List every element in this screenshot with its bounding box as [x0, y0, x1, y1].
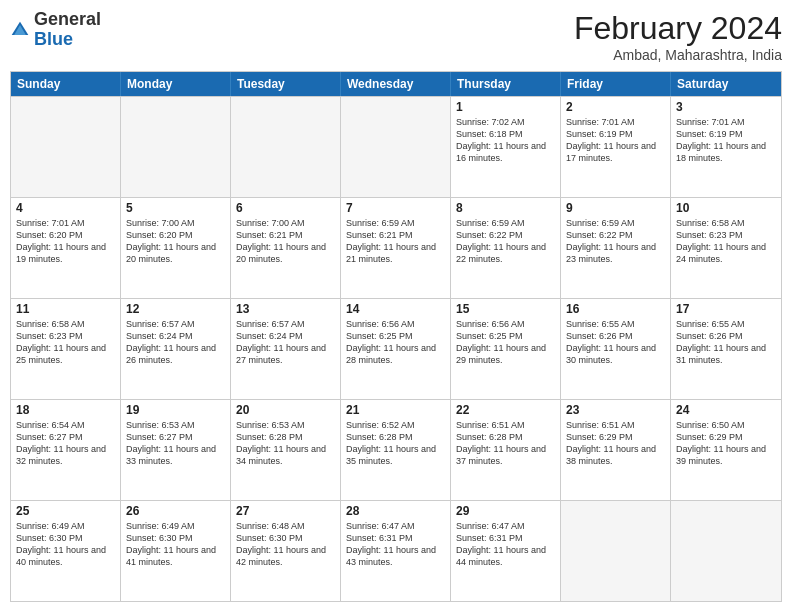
calendar-cell: 9Sunrise: 6:59 AM Sunset: 6:22 PM Daylig…: [561, 198, 671, 298]
day-number: 29: [456, 504, 555, 518]
calendar-cell: 3Sunrise: 7:01 AM Sunset: 6:19 PM Daylig…: [671, 97, 781, 197]
calendar-header-row: SundayMondayTuesdayWednesdayThursdayFrid…: [11, 72, 781, 96]
title-block: February 2024 Ambad, Maharashtra, India: [574, 10, 782, 63]
calendar-cell: 11Sunrise: 6:58 AM Sunset: 6:23 PM Dayli…: [11, 299, 121, 399]
calendar-cell: 5Sunrise: 7:00 AM Sunset: 6:20 PM Daylig…: [121, 198, 231, 298]
calendar-row: 11Sunrise: 6:58 AM Sunset: 6:23 PM Dayli…: [11, 298, 781, 399]
day-number: 6: [236, 201, 335, 215]
day-info: Sunrise: 6:59 AM Sunset: 6:21 PM Dayligh…: [346, 217, 445, 266]
day-info: Sunrise: 6:53 AM Sunset: 6:28 PM Dayligh…: [236, 419, 335, 468]
calendar: SundayMondayTuesdayWednesdayThursdayFrid…: [10, 71, 782, 602]
day-number: 26: [126, 504, 225, 518]
day-info: Sunrise: 6:48 AM Sunset: 6:30 PM Dayligh…: [236, 520, 335, 569]
calendar-cell: [231, 97, 341, 197]
location-subtitle: Ambad, Maharashtra, India: [574, 47, 782, 63]
day-number: 9: [566, 201, 665, 215]
day-info: Sunrise: 6:51 AM Sunset: 6:29 PM Dayligh…: [566, 419, 665, 468]
weekday-header: Saturday: [671, 72, 781, 96]
day-number: 20: [236, 403, 335, 417]
day-number: 2: [566, 100, 665, 114]
day-info: Sunrise: 6:50 AM Sunset: 6:29 PM Dayligh…: [676, 419, 776, 468]
calendar-cell: [341, 97, 451, 197]
day-number: 27: [236, 504, 335, 518]
calendar-cell: 21Sunrise: 6:52 AM Sunset: 6:28 PM Dayli…: [341, 400, 451, 500]
day-info: Sunrise: 7:02 AM Sunset: 6:18 PM Dayligh…: [456, 116, 555, 165]
day-info: Sunrise: 6:51 AM Sunset: 6:28 PM Dayligh…: [456, 419, 555, 468]
calendar-cell: 22Sunrise: 6:51 AM Sunset: 6:28 PM Dayli…: [451, 400, 561, 500]
calendar-cell: 1Sunrise: 7:02 AM Sunset: 6:18 PM Daylig…: [451, 97, 561, 197]
day-info: Sunrise: 6:47 AM Sunset: 6:31 PM Dayligh…: [346, 520, 445, 569]
day-info: Sunrise: 6:58 AM Sunset: 6:23 PM Dayligh…: [676, 217, 776, 266]
calendar-cell: 18Sunrise: 6:54 AM Sunset: 6:27 PM Dayli…: [11, 400, 121, 500]
calendar-cell: [11, 97, 121, 197]
calendar-cell: 24Sunrise: 6:50 AM Sunset: 6:29 PM Dayli…: [671, 400, 781, 500]
calendar-cell: 20Sunrise: 6:53 AM Sunset: 6:28 PM Dayli…: [231, 400, 341, 500]
day-number: 13: [236, 302, 335, 316]
day-info: Sunrise: 6:54 AM Sunset: 6:27 PM Dayligh…: [16, 419, 115, 468]
logo-text: General Blue: [34, 10, 101, 50]
day-number: 1: [456, 100, 555, 114]
month-title: February 2024: [574, 10, 782, 47]
day-number: 3: [676, 100, 776, 114]
day-info: Sunrise: 6:53 AM Sunset: 6:27 PM Dayligh…: [126, 419, 225, 468]
calendar-cell: 4Sunrise: 7:01 AM Sunset: 6:20 PM Daylig…: [11, 198, 121, 298]
day-number: 28: [346, 504, 445, 518]
weekday-header: Friday: [561, 72, 671, 96]
day-number: 12: [126, 302, 225, 316]
calendar-cell: 7Sunrise: 6:59 AM Sunset: 6:21 PM Daylig…: [341, 198, 451, 298]
weekday-header: Thursday: [451, 72, 561, 96]
calendar-cell: 17Sunrise: 6:55 AM Sunset: 6:26 PM Dayli…: [671, 299, 781, 399]
day-number: 17: [676, 302, 776, 316]
calendar-cell: 23Sunrise: 6:51 AM Sunset: 6:29 PM Dayli…: [561, 400, 671, 500]
day-info: Sunrise: 7:00 AM Sunset: 6:20 PM Dayligh…: [126, 217, 225, 266]
day-number: 4: [16, 201, 115, 215]
weekday-header: Monday: [121, 72, 231, 96]
day-number: 16: [566, 302, 665, 316]
calendar-cell: 6Sunrise: 7:00 AM Sunset: 6:21 PM Daylig…: [231, 198, 341, 298]
weekday-header: Wednesday: [341, 72, 451, 96]
day-info: Sunrise: 6:58 AM Sunset: 6:23 PM Dayligh…: [16, 318, 115, 367]
calendar-cell: 29Sunrise: 6:47 AM Sunset: 6:31 PM Dayli…: [451, 501, 561, 601]
calendar-row: 4Sunrise: 7:01 AM Sunset: 6:20 PM Daylig…: [11, 197, 781, 298]
calendar-cell: [671, 501, 781, 601]
day-number: 7: [346, 201, 445, 215]
day-info: Sunrise: 6:56 AM Sunset: 6:25 PM Dayligh…: [346, 318, 445, 367]
day-info: Sunrise: 6:55 AM Sunset: 6:26 PM Dayligh…: [676, 318, 776, 367]
logo: General Blue: [10, 10, 101, 50]
day-number: 24: [676, 403, 776, 417]
day-number: 10: [676, 201, 776, 215]
day-info: Sunrise: 6:49 AM Sunset: 6:30 PM Dayligh…: [126, 520, 225, 569]
day-info: Sunrise: 6:59 AM Sunset: 6:22 PM Dayligh…: [456, 217, 555, 266]
calendar-cell: 8Sunrise: 6:59 AM Sunset: 6:22 PM Daylig…: [451, 198, 561, 298]
calendar-body: 1Sunrise: 7:02 AM Sunset: 6:18 PM Daylig…: [11, 96, 781, 601]
calendar-cell: 14Sunrise: 6:56 AM Sunset: 6:25 PM Dayli…: [341, 299, 451, 399]
day-number: 21: [346, 403, 445, 417]
calendar-cell: 15Sunrise: 6:56 AM Sunset: 6:25 PM Dayli…: [451, 299, 561, 399]
day-number: 18: [16, 403, 115, 417]
calendar-row: 18Sunrise: 6:54 AM Sunset: 6:27 PM Dayli…: [11, 399, 781, 500]
calendar-row: 25Sunrise: 6:49 AM Sunset: 6:30 PM Dayli…: [11, 500, 781, 601]
day-info: Sunrise: 7:00 AM Sunset: 6:21 PM Dayligh…: [236, 217, 335, 266]
day-number: 5: [126, 201, 225, 215]
header: General Blue February 2024 Ambad, Mahara…: [10, 10, 782, 63]
logo-icon: [10, 20, 30, 40]
calendar-cell: 28Sunrise: 6:47 AM Sunset: 6:31 PM Dayli…: [341, 501, 451, 601]
day-number: 25: [16, 504, 115, 518]
day-info: Sunrise: 7:01 AM Sunset: 6:19 PM Dayligh…: [566, 116, 665, 165]
day-number: 11: [16, 302, 115, 316]
day-info: Sunrise: 6:52 AM Sunset: 6:28 PM Dayligh…: [346, 419, 445, 468]
day-info: Sunrise: 6:57 AM Sunset: 6:24 PM Dayligh…: [126, 318, 225, 367]
day-info: Sunrise: 7:01 AM Sunset: 6:19 PM Dayligh…: [676, 116, 776, 165]
calendar-cell: 19Sunrise: 6:53 AM Sunset: 6:27 PM Dayli…: [121, 400, 231, 500]
calendar-cell: 13Sunrise: 6:57 AM Sunset: 6:24 PM Dayli…: [231, 299, 341, 399]
calendar-cell: 27Sunrise: 6:48 AM Sunset: 6:30 PM Dayli…: [231, 501, 341, 601]
calendar-cell: 10Sunrise: 6:58 AM Sunset: 6:23 PM Dayli…: [671, 198, 781, 298]
calendar-cell: 2Sunrise: 7:01 AM Sunset: 6:19 PM Daylig…: [561, 97, 671, 197]
day-number: 22: [456, 403, 555, 417]
calendar-cell: [121, 97, 231, 197]
day-info: Sunrise: 6:59 AM Sunset: 6:22 PM Dayligh…: [566, 217, 665, 266]
day-number: 15: [456, 302, 555, 316]
page: General Blue February 2024 Ambad, Mahara…: [0, 0, 792, 612]
weekday-header: Tuesday: [231, 72, 341, 96]
day-info: Sunrise: 6:49 AM Sunset: 6:30 PM Dayligh…: [16, 520, 115, 569]
